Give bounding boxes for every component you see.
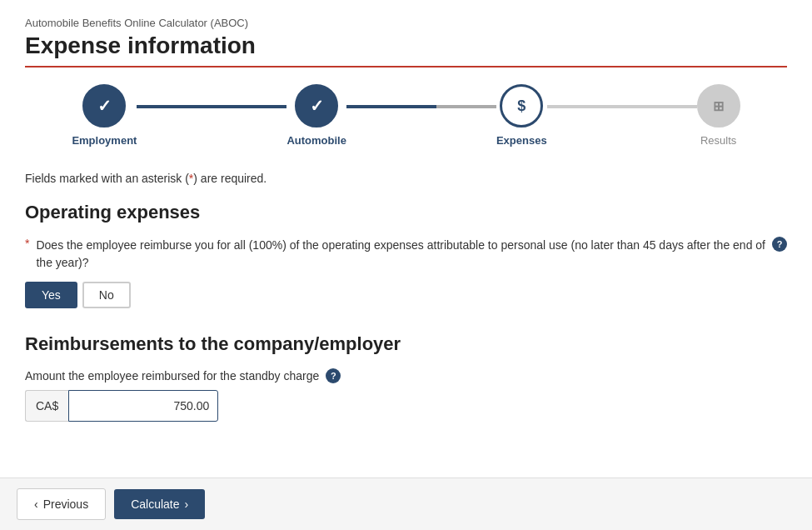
operating-question-text: Does the employee reimburse you for all … [36, 237, 765, 272]
step-automobile-icon: ✓ [310, 96, 324, 116]
step-expenses: $ Expenses [496, 84, 547, 147]
amount-field-label: Amount the employee reimbursed for the s… [25, 368, 787, 383]
yes-button[interactable]: Yes [25, 282, 77, 308]
step-results: ⊞ Results [697, 84, 740, 147]
reimbursements-title: Reimbursements to the company/employer [25, 333, 787, 355]
connector-1 [137, 105, 286, 108]
operating-expenses-title: Operating expenses [25, 202, 787, 223]
fields-required-note: Fields marked with an asterisk (*) are r… [25, 172, 787, 185]
step-expenses-circle: $ [500, 84, 543, 128]
progress-stepper: ✓ Employment ✓ Automobile $ Expenses [25, 84, 787, 147]
currency-input-group: CA$ [25, 390, 787, 422]
connector-2 [346, 105, 496, 108]
no-button[interactable]: No [82, 282, 131, 308]
page-title: Expense information [25, 32, 787, 59]
operating-expenses-section: Operating expenses * Does the employee r… [25, 202, 787, 308]
operating-question-block: * Does the employee reimburse you for al… [25, 237, 787, 272]
step-automobile-label: Automobile [286, 134, 346, 147]
amount-help-icon[interactable]: ? [326, 368, 341, 383]
app-title: Automobile Benefits Online Calculator (A… [25, 17, 787, 29]
standby-charge-input[interactable] [68, 390, 218, 422]
step-expenses-icon: $ [517, 98, 526, 115]
step-results-label: Results [700, 134, 736, 147]
step-results-icon: ⊞ [713, 98, 724, 114]
header-divider [25, 66, 787, 68]
yes-no-buttons: Yes No [25, 282, 787, 308]
step-automobile: ✓ Automobile [286, 84, 346, 147]
step-employment-label: Employment [72, 134, 137, 147]
required-star: * [25, 237, 29, 250]
main-content: Automobile Benefits Online Calculator (A… [0, 0, 812, 463]
step-employment-icon: ✓ [97, 96, 112, 116]
step-results-circle: ⊞ [697, 84, 740, 128]
currency-prefix: CA$ [25, 390, 68, 422]
reimbursements-section: Reimbursements to the company/employer A… [25, 333, 787, 422]
step-expenses-label: Expenses [496, 134, 547, 147]
operating-question-line: * Does the employee reimburse you for al… [25, 237, 787, 272]
operating-help-icon[interactable]: ? [772, 237, 787, 252]
step-employment-circle: ✓ [82, 84, 126, 128]
step-automobile-circle: ✓ [295, 84, 338, 128]
step-employment: ✓ Employment [72, 84, 137, 147]
connector-3 [547, 105, 697, 108]
